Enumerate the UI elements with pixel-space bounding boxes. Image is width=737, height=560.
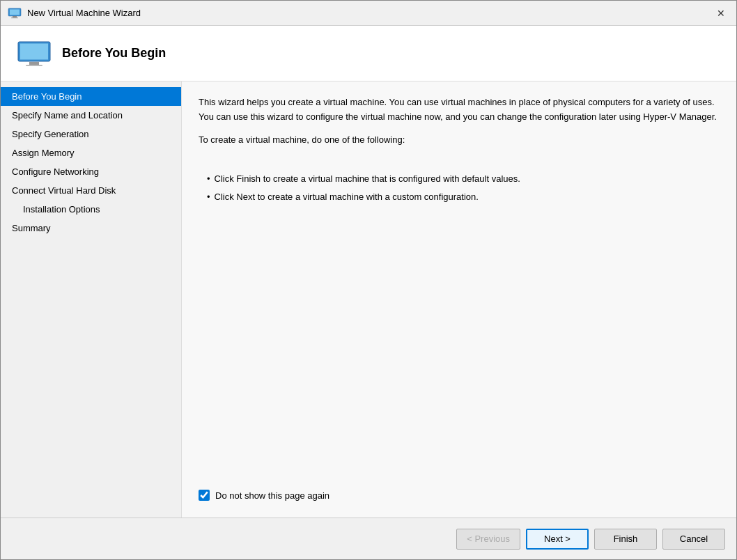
dont-show-again-checkbox[interactable] [199, 490, 210, 501]
sidebar-item-configure-networking[interactable]: Configure Networking [1, 162, 181, 181]
sidebar: Before You Begin Specify Name and Locati… [1, 81, 182, 518]
titlebar: New Virtual Machine Wizard ✕ [1, 1, 736, 26]
dont-show-again-area: Do not show this page again [199, 481, 720, 501]
wizard-window: New Virtual Machine Wizard ✕ Before You … [0, 0, 737, 560]
svg-rect-6 [29, 62, 39, 65]
bullet-list: • Click Finish to create a virtual machi… [207, 172, 720, 208]
bullet-dot-2: • [207, 190, 210, 204]
page-title: Before You Begin [62, 46, 166, 61]
sidebar-item-summary[interactable]: Summary [1, 219, 181, 238]
main-panel: This wizard helps you create a virtual m… [182, 81, 736, 518]
svg-rect-3 [11, 17, 18, 18]
sidebar-item-specify-name[interactable]: Specify Name and Location [1, 106, 181, 125]
titlebar-title: New Virtual Machine Wizard [27, 8, 713, 18]
titlebar-icon [8, 8, 22, 19]
close-button[interactable]: ✕ [713, 5, 729, 22]
cancel-button[interactable]: Cancel [662, 529, 725, 550]
finish-button[interactable]: Finish [594, 529, 657, 550]
sidebar-item-connect-vhd[interactable]: Connect Virtual Hard Disk [1, 181, 181, 200]
bullet-text-finish: Click Finish to create a virtual machine… [215, 172, 520, 186]
bullet-item-finish: • Click Finish to create a virtual machi… [207, 172, 720, 186]
main-paragraph1: This wizard helps you create a virtual m… [199, 95, 720, 155]
dont-show-again-label: Do not show this page again [215, 490, 329, 501]
bullet-text-next: Click Next to create a virtual machine w… [215, 190, 479, 204]
footer: < Previous Next > Finish Cancel [1, 518, 736, 559]
svg-rect-5 [20, 43, 48, 59]
sidebar-item-specify-generation[interactable]: Specify Generation [1, 125, 181, 143]
sidebar-item-before-you-begin[interactable]: Before You Begin [1, 87, 181, 106]
content-area: Before You Begin Specify Name and Locati… [1, 81, 736, 518]
svg-rect-2 [13, 16, 17, 17]
bullet-dot-1: • [207, 172, 210, 186]
next-button[interactable]: Next > [526, 529, 589, 550]
header-icon [17, 41, 51, 66]
svg-rect-1 [10, 9, 20, 15]
svg-rect-7 [26, 65, 42, 66]
page-header: Before You Begin [1, 26, 736, 81]
bullet-item-next: • Click Next to create a virtual machine… [207, 190, 720, 204]
previous-button[interactable]: < Previous [456, 529, 520, 550]
sidebar-item-assign-memory[interactable]: Assign Memory [1, 143, 181, 162]
sidebar-item-installation-options[interactable]: Installation Options [1, 200, 181, 219]
